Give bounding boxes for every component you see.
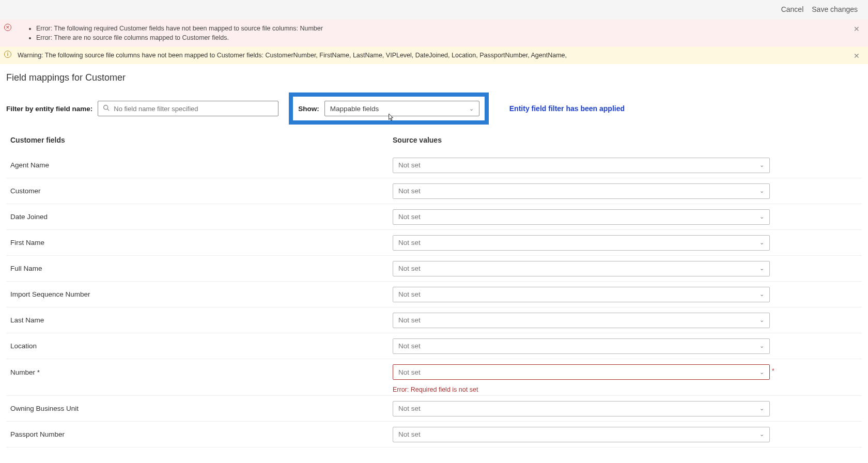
field-label: Location bbox=[10, 342, 393, 350]
field-row-customer: Customer Not set ⌄ bbox=[6, 178, 862, 204]
chevron-down-icon: ⌄ bbox=[760, 188, 764, 194]
dropdown-value: Not set bbox=[398, 213, 421, 221]
warning-icon: i bbox=[4, 51, 11, 58]
field-row-owning-business-unit: Owning Business Unit Not set ⌄ bbox=[6, 396, 862, 422]
filter-label: Filter by entity field name: bbox=[6, 105, 92, 113]
source-value-dropdown[interactable]: Not set ⌄ bbox=[393, 209, 770, 225]
field-row-number: Number * Not set ⌄ * bbox=[6, 359, 862, 385]
error-banner: ✕ Error: The following required Customer… bbox=[0, 20, 868, 47]
field-error-message: Error: Required field is not set bbox=[6, 386, 862, 393]
chevron-down-icon: ⌄ bbox=[469, 105, 474, 112]
column-header-source-values: Source values bbox=[393, 136, 858, 144]
filter-input[interactable] bbox=[98, 101, 278, 116]
chevron-down-icon: ⌄ bbox=[760, 213, 764, 220]
source-value-dropdown[interactable]: Not set ⌄ bbox=[393, 364, 770, 380]
save-changes-button[interactable]: Save changes bbox=[812, 5, 858, 13]
field-row-last-name: Last Name Not set ⌄ bbox=[6, 307, 862, 333]
source-value-dropdown[interactable]: Not set ⌄ bbox=[393, 261, 770, 276]
dropdown-value: Not set bbox=[398, 265, 421, 272]
filter-applied-message: Entity field filter has been applied bbox=[509, 104, 625, 113]
cancel-button[interactable]: Cancel bbox=[781, 5, 804, 13]
field-label: Full Name bbox=[10, 265, 393, 272]
close-icon[interactable]: ✕ bbox=[854, 51, 860, 61]
search-icon bbox=[103, 104, 110, 113]
page-title: Field mappings for Customer bbox=[6, 72, 862, 83]
field-row-full-name: Full Name Not set ⌄ bbox=[6, 256, 862, 282]
field-label: Agent Name bbox=[10, 161, 393, 169]
field-label: Import Sequence Number bbox=[10, 290, 393, 298]
field-label: Passport Number bbox=[10, 430, 393, 438]
show-label: Show: bbox=[298, 105, 319, 113]
field-label: Last Name bbox=[10, 316, 393, 324]
required-indicator: * bbox=[772, 367, 774, 375]
dropdown-value: Not set bbox=[398, 187, 421, 195]
cursor-pointer-icon bbox=[388, 113, 395, 122]
dropdown-value: Not set bbox=[398, 368, 421, 376]
error-message-1: Error: The following required Customer f… bbox=[36, 24, 847, 33]
dropdown-value: Not set bbox=[398, 239, 421, 246]
column-header-customer-fields: Customer fields bbox=[10, 136, 393, 144]
field-label: Customer bbox=[10, 187, 393, 195]
source-value-dropdown[interactable]: Not set ⌄ bbox=[393, 235, 770, 251]
source-value-dropdown[interactable]: Not set ⌄ bbox=[393, 287, 770, 302]
field-row-agent-name: Agent Name Not set ⌄ bbox=[6, 152, 862, 178]
field-row-location: Location Not set ⌄ bbox=[6, 333, 862, 359]
dropdown-value: Not set bbox=[398, 342, 421, 350]
chevron-down-icon: ⌄ bbox=[760, 343, 764, 349]
columns-header: Customer fields Source values bbox=[6, 136, 862, 144]
close-icon[interactable]: ✕ bbox=[854, 24, 860, 34]
top-action-bar: Cancel Save changes bbox=[0, 0, 868, 20]
show-dropdown-value: Mappable fields bbox=[330, 105, 379, 113]
source-value-dropdown[interactable]: Not set ⌄ bbox=[393, 183, 770, 199]
filter-row: Filter by entity field name: Show: Mappa… bbox=[6, 92, 862, 125]
error-message-2: Error: There are no source file columns … bbox=[36, 33, 847, 42]
dropdown-value: Not set bbox=[398, 430, 421, 438]
source-value-dropdown[interactable]: Not set ⌄ bbox=[393, 338, 770, 354]
field-row-import-sequence-number: Import Sequence Number Not set ⌄ bbox=[6, 282, 862, 307]
warning-banner: i Warning: The following source file col… bbox=[0, 47, 868, 64]
chevron-down-icon: ⌄ bbox=[760, 317, 764, 323]
svg-line-1 bbox=[107, 109, 109, 111]
field-label: Number * bbox=[10, 368, 393, 376]
chevron-down-icon: ⌄ bbox=[760, 162, 764, 168]
filter-input-wrap bbox=[98, 101, 278, 116]
warning-message: Warning: The following source file colum… bbox=[18, 52, 567, 59]
dropdown-value: Not set bbox=[398, 405, 421, 412]
page-body: Field mappings for Customer Filter by en… bbox=[0, 64, 868, 463]
error-icon: ✕ bbox=[4, 24, 11, 31]
source-value-dropdown[interactable]: Not set ⌄ bbox=[393, 158, 770, 173]
field-label: Date Joined bbox=[10, 213, 393, 221]
svg-point-0 bbox=[104, 105, 108, 110]
show-dropdown[interactable]: Mappable fields ⌄ bbox=[324, 101, 479, 116]
show-filter-highlight: Show: Mappable fields ⌄ bbox=[289, 92, 489, 125]
field-label: Owning Business Unit bbox=[10, 405, 393, 412]
chevron-down-icon: ⌄ bbox=[760, 369, 764, 376]
source-value-dropdown[interactable]: Not set ⌄ bbox=[393, 401, 770, 416]
chevron-down-icon: ⌄ bbox=[760, 265, 764, 272]
dropdown-value: Not set bbox=[398, 161, 421, 169]
field-row-first-name: First Name Not set ⌄ bbox=[6, 230, 862, 256]
dropdown-value: Not set bbox=[398, 316, 421, 324]
field-row-passport-number: Passport Number Not set ⌄ bbox=[6, 422, 862, 447]
chevron-down-icon: ⌄ bbox=[760, 405, 764, 412]
chevron-down-icon: ⌄ bbox=[760, 431, 764, 438]
chevron-down-icon: ⌄ bbox=[760, 239, 764, 246]
source-value-dropdown[interactable]: Not set ⌄ bbox=[393, 313, 770, 328]
field-label: First Name bbox=[10, 239, 393, 246]
source-value-dropdown[interactable]: Not set ⌄ bbox=[393, 427, 770, 442]
chevron-down-icon: ⌄ bbox=[760, 291, 764, 298]
dropdown-value: Not set bbox=[398, 290, 421, 298]
field-row-date-joined: Date Joined Not set ⌄ bbox=[6, 204, 862, 230]
